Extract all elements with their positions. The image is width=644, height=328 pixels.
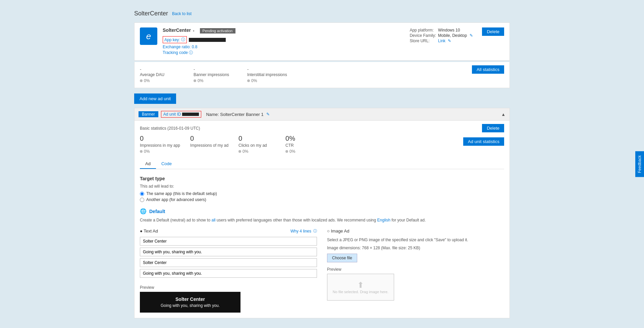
average-dau-label: Average DAU (140, 72, 180, 77)
target-type-subtitle: This ad will lead to: (140, 184, 504, 189)
drag-hint: No file selected. Drag image here. (333, 290, 388, 294)
target-type-section: Target type This ad will lead to: The sa… (140, 176, 504, 202)
preview-section: Preview Solter Center Going with you, sh… (140, 285, 317, 313)
why-4-lines-link[interactable]: Why 4 lines (290, 229, 311, 234)
stats-row: - Average DAU 0% - Banner impressions 0% (140, 67, 504, 83)
collapse-icon[interactable]: ▲ (501, 112, 505, 117)
impressions-in-app-stat: 0 Impressions in my app 0% (140, 135, 180, 154)
device-value: Mobile, Desktop ✎ (438, 33, 475, 38)
tracking-code[interactable]: Tracking code ⓘ (163, 50, 404, 56)
radio-same-app-input[interactable] (140, 192, 144, 196)
page-header: SolterCenter Back to list (134, 7, 510, 17)
impressions-in-app-pct: 0% (140, 149, 180, 154)
ctr-dot (285, 150, 288, 153)
image-desc: Select a JPEG or PNG image of the specif… (327, 237, 504, 243)
target-type-title: Target type (140, 176, 504, 181)
drag-icon: ⬆ (357, 280, 364, 290)
text-ad-input-4[interactable] (140, 269, 317, 278)
ctr-label: CTR (285, 143, 322, 148)
interstitial-impressions-label: Interstitial impressions (247, 72, 287, 77)
info-icon: ⓘ (181, 37, 185, 43)
tab-code[interactable]: Code (156, 159, 177, 169)
ad-unit-id-bar (182, 113, 199, 116)
preview-banner-subtitle: Going with you, sharing with you. (145, 303, 236, 308)
text-ad-input-3[interactable] (140, 258, 317, 267)
app-key-label: App key: ⓘ (163, 36, 187, 43)
store-url-value: Link ✎ (438, 38, 475, 44)
clicks-on-ad-pct: 0% (238, 149, 275, 154)
ctr-value: 0% (285, 135, 322, 142)
interstitial-dot (247, 79, 250, 82)
text-ad-title: ● Text Ad Why 4 lines ⓘ (140, 228, 317, 234)
all-statistics-button[interactable]: All statistics (472, 65, 504, 74)
pending-badge: Pending activation (200, 28, 235, 34)
app-icon-char: e (146, 31, 151, 42)
ad-unit-name: Name: SolterCenter Banner 1 (206, 112, 263, 117)
interstitial-dash: - (247, 67, 287, 72)
app-info: SolterCenter • Pending activation App ke… (163, 27, 404, 56)
ctr-stat: 0% CTR 0% (285, 135, 322, 154)
feedback-tab[interactable]: Feedback (635, 151, 644, 177)
tracking-code-info-icon: ⓘ (189, 50, 193, 55)
interstitial-impressions-stat: - Interstitial impressions 0% (247, 67, 287, 83)
banner-tag: Banner (139, 111, 158, 117)
exchange-ratio: Exchange ratio: 0.8 (163, 45, 404, 49)
banner-impressions-label: Banner impressions (194, 72, 234, 77)
preview-label: Preview (140, 285, 317, 290)
clicks-on-ad-label: Clicks on my ad (238, 143, 275, 148)
edit-device-icon[interactable]: ✎ (470, 33, 473, 38)
radio-another-app-input[interactable] (140, 198, 144, 202)
impressions-in-app-label: Impressions in my app (140, 143, 180, 148)
impressions-of-ad-stat: 0 Impressions of my ad (190, 135, 228, 154)
edit-store-icon[interactable]: ✎ (448, 39, 451, 43)
add-new-ad-unit-button[interactable]: Add new ad unit (134, 93, 176, 104)
banner-impressions-pct: 0% (194, 78, 234, 83)
banner-dash: - (194, 67, 234, 72)
device-label: Device Family: (410, 33, 438, 38)
app-meta: App platform: Windows 10 Device Family: … (410, 27, 477, 44)
radio-same-app[interactable]: The same app (this is the default setup) (140, 191, 504, 196)
text-ad-input-1[interactable] (140, 237, 317, 246)
ad-tabs: Ad Code (140, 159, 504, 169)
radio-another-app[interactable]: Another app (for advanced users) (140, 197, 504, 202)
average-dau-stat: - Average DAU 0% (140, 67, 180, 83)
app-key-value (189, 38, 226, 42)
clicks-dot (238, 150, 241, 153)
platform-value: Windows 10 (438, 27, 475, 33)
interstitial-impressions-pct: 0% (247, 78, 287, 83)
preview-banner-title: Solter Center (145, 297, 236, 302)
back-to-list-link[interactable]: Back to list (172, 11, 192, 16)
image-preview-box: ⬆ No file selected. Drag image here. (327, 274, 394, 301)
delete-app-button[interactable]: Delete (482, 27, 504, 36)
image-ad-col: ○ Image Ad Select a JPEG or PNG image of… (327, 228, 504, 313)
default-title: Default (149, 209, 165, 214)
app-card: e SolterCenter • Pending activation App … (134, 22, 510, 61)
app-name: SolterCenter (163, 27, 191, 33)
edit-ad-unit-icon[interactable]: ✎ (266, 112, 270, 117)
app-icon: e (140, 27, 157, 45)
tab-ad[interactable]: Ad (140, 159, 156, 169)
impressions-in-app-value: 0 (140, 135, 180, 142)
clicks-on-ad-value: 0 (238, 135, 275, 142)
text-ad-input-2[interactable] (140, 248, 317, 256)
store-link[interactable]: Link (438, 39, 445, 43)
image-ad-title: ○ Image Ad (327, 228, 504, 234)
ad-unit-statistics-button[interactable]: Ad unit statistics (463, 137, 504, 146)
ad-stats-row: 0 Impressions in my app 0% 0 Impressions… (140, 135, 504, 154)
default-header: 🌐 Default (140, 208, 504, 214)
preview-banner: Solter Center Going with you, sharing wi… (140, 292, 240, 313)
choose-file-button[interactable]: Choose file (327, 254, 357, 262)
app-key-row: App key: ⓘ (163, 36, 404, 43)
delete-unit-button[interactable]: Delete (482, 124, 504, 132)
text-ad-col: ● Text Ad Why 4 lines ⓘ Preview (140, 228, 317, 313)
why-info-icon: ⓘ (313, 228, 317, 234)
impressions-of-ad-value: 0 (190, 135, 228, 142)
platform-label: App platform: (410, 27, 438, 33)
image-preview-label: Preview (327, 267, 504, 272)
ad-unit-header: Banner Ad unit ID Name: SolterCenter Ban… (135, 108, 509, 121)
basic-stats-title: Basic statistics (2016-01-09 UTC) (140, 126, 504, 131)
ad-unit-body: Delete Basic statistics (2016-01-09 UTC)… (135, 121, 509, 318)
impressions-of-ad-label: Impressions of my ad (190, 143, 228, 148)
dau-dot (140, 79, 143, 82)
ad-unit-id-tag: Ad unit ID (161, 111, 202, 118)
